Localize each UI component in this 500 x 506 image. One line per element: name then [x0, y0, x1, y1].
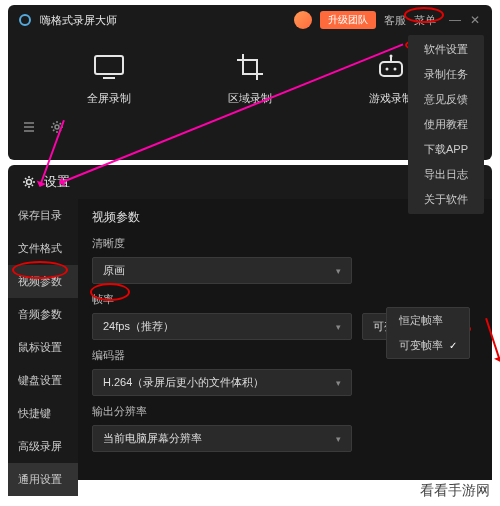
titlebar: 嗨格式录屏大师 升级团队 客服 菜单 — ✕	[8, 5, 492, 35]
monitor-icon	[93, 53, 125, 81]
crop-icon	[234, 53, 266, 81]
fps-option-label: 可变帧率	[399, 338, 443, 353]
settings-sidebar: 保存目录 文件格式 视频参数 音频参数 鼠标设置 键盘设置 快捷键 高级录屏 通…	[8, 199, 78, 480]
sidebar-item-general[interactable]: 通用设置	[8, 463, 78, 496]
support-link[interactable]: 客服	[384, 13, 406, 28]
sidebar-item-advanced[interactable]: 高级录屏	[8, 430, 78, 463]
encoder-select[interactable]: H.264（录屏后更小的文件体积） ▾	[92, 369, 352, 396]
watermark: 看看手游网	[420, 482, 490, 500]
clarity-value: 原画	[103, 263, 125, 278]
upgrade-button[interactable]: 升级团队	[320, 11, 376, 29]
svg-rect-3	[380, 62, 402, 76]
svg-point-8	[55, 125, 59, 129]
output-value: 当前电脑屏幕分辨率	[103, 431, 202, 446]
menu-item-settings[interactable]: 软件设置	[408, 37, 484, 62]
clarity-select[interactable]: 原画 ▾	[92, 257, 352, 284]
gear-icon	[22, 175, 36, 189]
app-title: 嗨格式录屏大师	[40, 13, 286, 28]
chevron-down-icon: ▾	[336, 434, 341, 444]
mode-label: 游戏录制	[369, 91, 413, 106]
mode-fullscreen[interactable]: 全屏录制	[87, 53, 131, 106]
sidebar-item-keyboard[interactable]: 键盘设置	[8, 364, 78, 397]
encoder-value: H.264（录屏后更小的文件体积）	[103, 375, 264, 390]
main-window: 嗨格式录屏大师 升级团队 客服 菜单 — ✕ 全屏录制 区域录制 游戏录制	[8, 5, 492, 160]
svg-point-7	[390, 55, 393, 58]
sidebar-item-file-format[interactable]: 文件格式	[8, 232, 78, 265]
sidebar-item-video-params[interactable]: 视频参数	[8, 265, 78, 298]
clarity-label: 清晰度	[92, 236, 478, 251]
menu-item-export-log[interactable]: 导出日志	[408, 162, 484, 187]
fps-label: 帧率	[92, 292, 478, 307]
fps-value: 24fps（推荐）	[103, 319, 174, 334]
check-icon: ✓	[449, 340, 457, 351]
mode-game[interactable]: 游戏录制	[369, 53, 413, 106]
minimize-icon[interactable]: —	[448, 13, 462, 27]
close-icon[interactable]: ✕	[468, 13, 482, 27]
fps-option-label: 恒定帧率	[399, 313, 443, 328]
menu-item-tutorial[interactable]: 使用教程	[408, 112, 484, 137]
robot-icon	[375, 53, 407, 81]
fps-option-constant[interactable]: 恒定帧率	[387, 308, 469, 333]
fps-select[interactable]: 24fps（推荐） ▾	[92, 313, 352, 340]
menu-item-about[interactable]: 关于软件	[408, 187, 484, 212]
list-icon[interactable]	[22, 120, 36, 134]
mode-label: 区域录制	[228, 91, 272, 106]
svg-point-5	[394, 68, 397, 71]
svg-point-4	[386, 68, 389, 71]
chevron-down-icon: ▾	[336, 378, 341, 388]
svg-point-0	[20, 15, 30, 25]
menu-item-tasks[interactable]: 录制任务	[408, 62, 484, 87]
main-menu-dropdown: 软件设置 录制任务 意见反馈 使用教程 下载APP 导出日志 关于软件	[408, 35, 484, 214]
chevron-down-icon: ▾	[336, 322, 341, 332]
sidebar-item-mouse[interactable]: 鼠标设置	[8, 331, 78, 364]
output-label: 输出分辨率	[92, 404, 478, 419]
sidebar-item-shortcuts[interactable]: 快捷键	[8, 397, 78, 430]
avatar[interactable]	[294, 11, 312, 29]
svg-rect-1	[95, 56, 123, 74]
sidebar-item-audio-params[interactable]: 音频参数	[8, 298, 78, 331]
sidebar-item-save-dir[interactable]: 保存目录	[8, 199, 78, 232]
mode-region[interactable]: 区域录制	[228, 53, 272, 106]
svg-point-9	[27, 180, 32, 185]
app-logo-icon	[18, 13, 32, 27]
fps-option-variable[interactable]: 可变帧率 ✓	[387, 333, 469, 358]
settings-icon[interactable]	[50, 120, 64, 134]
menu-link[interactable]: 菜单	[414, 13, 436, 28]
chevron-down-icon: ▾	[336, 266, 341, 276]
menu-item-feedback[interactable]: 意见反馈	[408, 87, 484, 112]
fps-mode-menu: 恒定帧率 可变帧率 ✓	[386, 307, 470, 359]
mode-label: 全屏录制	[87, 91, 131, 106]
settings-title: 设置	[44, 173, 458, 191]
menu-item-download[interactable]: 下载APP	[408, 137, 484, 162]
window-controls: — ✕	[448, 13, 482, 27]
output-select[interactable]: 当前电脑屏幕分辨率 ▾	[92, 425, 352, 452]
